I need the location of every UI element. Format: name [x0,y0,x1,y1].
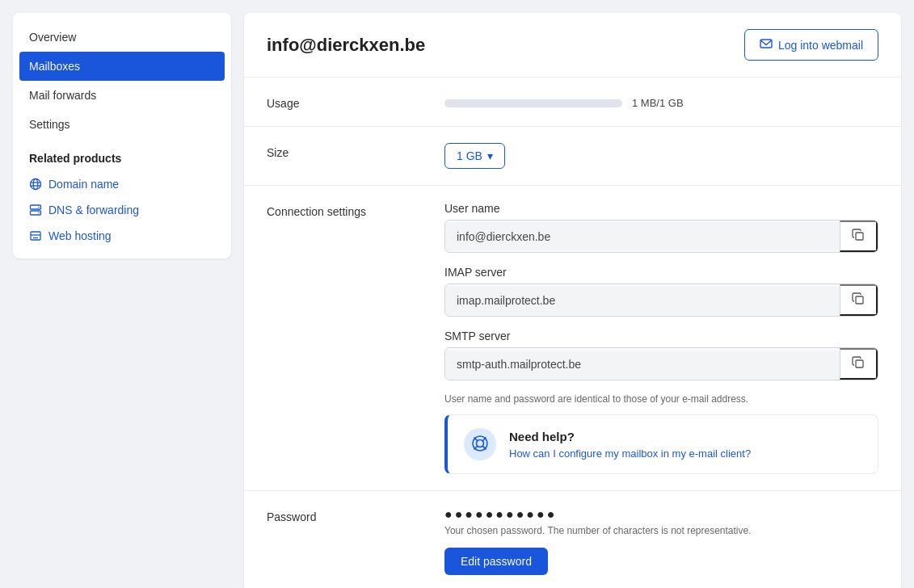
username-value: info@dierckxen.be [445,222,840,251]
svg-point-6 [38,207,40,208]
username-label: User name [444,202,878,215]
sidebar-link-web-hosting[interactable]: Web hosting [13,223,231,249]
svg-rect-12 [856,233,863,240]
help-text-block: Need help? How can I configure my mailbo… [509,430,751,460]
size-label: Size [267,143,428,159]
usage-row: Usage 1 MB/1 GB [244,78,901,127]
connection-content: User name info@dierckxen.be IMAP server [444,202,878,474]
copy-smtp-button[interactable] [840,348,878,380]
usage-bar-track [444,99,622,107]
svg-point-1 [33,179,38,190]
content-card: info@dierckxen.be Log into webmail Usage… [244,13,901,588]
card-header: info@dierckxen.be Log into webmail [244,13,901,78]
help-box: Need help? How can I configure my mailbo… [444,414,878,474]
copy-imap-button[interactable] [840,284,878,316]
sidebar-item-settings[interactable]: Settings [13,110,231,139]
usage-bar-fill [444,99,446,107]
sidebar-item-mailboxes[interactable]: Mailboxes [19,52,225,81]
hosting-icon [29,229,42,242]
svg-point-7 [38,212,40,214]
svg-rect-14 [856,360,863,368]
svg-point-0 [31,179,41,190]
webmail-button[interactable]: Log into webmail [744,29,878,61]
imap-label: IMAP server [444,266,878,279]
password-note: Your chosen password. The number of char… [444,525,878,536]
size-dropdown[interactable]: 1 GB ▾ [444,143,505,169]
help-note: User name and password are identical to … [444,393,878,405]
size-row: Size 1 GB ▾ [244,127,901,186]
sidebar-item-overview[interactable]: Overview [13,23,231,52]
globe-icon [29,178,42,191]
imap-field: imap.mailprotect.be [444,284,878,317]
svg-point-16 [477,439,484,447]
lifebuoy-icon [471,435,489,455]
smtp-field: smtp-auth.mailprotect.be [444,347,878,380]
password-row: Password ●●●●●●●●●●● Your chosen passwor… [244,491,901,588]
imap-value: imap.mailprotect.be [445,286,840,315]
copy-icon [852,229,865,244]
main-content: info@dierckxen.be Log into webmail Usage… [231,0,914,588]
email-title: info@dierckxen.be [267,35,425,56]
server-icon [29,204,42,216]
svg-rect-13 [856,296,863,304]
help-title: Need help? [509,430,751,443]
usage-content: 1 MB/1 GB [444,97,878,109]
sidebar-link-domain-name[interactable]: Domain name [13,171,231,197]
mail-icon [760,37,773,52]
sidebar: OverviewMailboxesMail forwardsSettings R… [13,13,231,258]
copy-username-button[interactable] [840,220,878,252]
smtp-value: smtp-auth.mailprotect.be [445,350,840,379]
copy-icon [852,292,865,308]
size-value: 1 GB [457,149,482,162]
username-field: info@dierckxen.be [444,220,878,253]
svg-rect-8 [31,232,40,240]
smtp-label: SMTP server [444,330,878,342]
password-label: Password [267,507,428,523]
copy-icon [852,356,865,372]
size-content: 1 GB ▾ [444,143,878,169]
chevron-down-icon: ▾ [487,149,493,162]
sidebar-link-dns-&-forwarding[interactable]: DNS & forwarding [13,197,231,223]
help-icon-circle [464,428,496,460]
help-link[interactable]: How can I configure my mailbox in my e-m… [509,447,751,460]
password-content: ●●●●●●●●●●● Your chosen password. The nu… [444,507,878,575]
password-dots: ●●●●●●●●●●● [444,507,878,522]
usage-label: Usage [267,94,428,110]
edit-password-button[interactable]: Edit password [444,548,548,575]
connection-settings-row: Connection settings User name info@dierc… [244,186,901,491]
related-products-title: Related products [13,139,231,171]
webmail-button-label: Log into webmail [778,39,863,52]
connection-label: Connection settings [267,202,428,218]
sidebar-item-mail-forwards[interactable]: Mail forwards [13,81,231,110]
usage-text: 1 MB/1 GB [632,97,684,109]
